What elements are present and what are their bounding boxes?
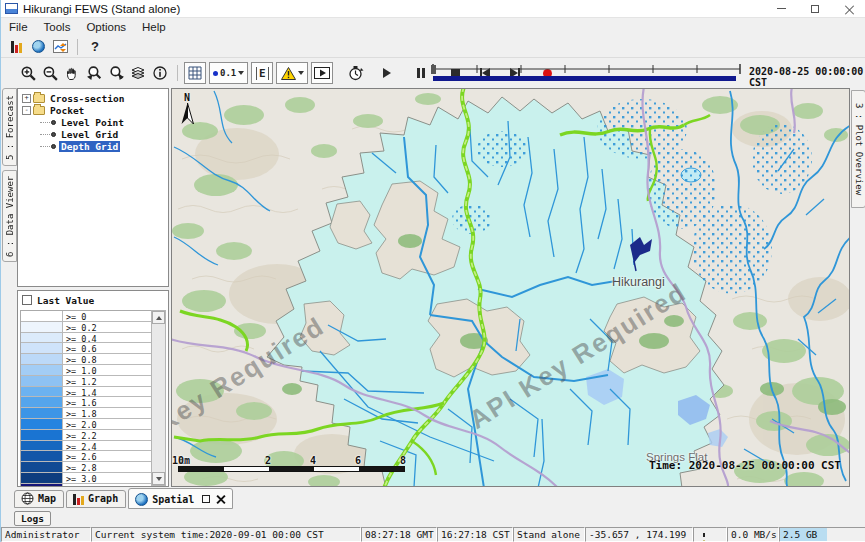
- scroll-up-icon[interactable]: [152, 311, 165, 324]
- legend-row-label: >= 2.8: [63, 462, 151, 472]
- tab-map-label: Map: [38, 493, 56, 504]
- legend-color-swatch: [21, 397, 63, 407]
- scale-bar-segments: [178, 466, 405, 472]
- tree-node-pocket[interactable]: - Pocket: [18, 104, 168, 116]
- status-user: Administrator: [1, 527, 91, 542]
- menu-options[interactable]: Options: [78, 19, 134, 35]
- legend-color-swatch: [21, 365, 63, 375]
- expand-icon[interactable]: +: [22, 94, 31, 103]
- tab-spatial-label: Spatial: [152, 494, 194, 505]
- tree-node-cross-section[interactable]: + Cross-section: [18, 92, 168, 104]
- logs-chart-icon[interactable]: [5, 36, 27, 58]
- tree-node-label[interactable]: Level Point: [59, 117, 126, 128]
- status-time-gmt: 08:27:18 GMT: [361, 527, 437, 542]
- scale-tick: 10: [172, 455, 184, 466]
- filter-tree[interactable]: + Cross-section - Pocket Level Point Lev…: [17, 88, 169, 287]
- animation-clock-icon[interactable]: [344, 62, 366, 84]
- tree-node-label[interactable]: Level Grid: [59, 129, 120, 140]
- legend-row: >= 0: [21, 311, 151, 322]
- legend-color-swatch: [21, 333, 63, 343]
- menu-help[interactable]: Help: [134, 19, 174, 35]
- legend-row: >= 0.8: [21, 354, 151, 365]
- title-bar[interactable]: Hikurangi FEWS (Stand alone): [1, 0, 865, 18]
- pan-hand-icon[interactable]: [61, 62, 83, 84]
- globe-icon[interactable]: [27, 36, 49, 58]
- legend-color-swatch: [21, 430, 63, 440]
- minimize-button[interactable]: [764, 0, 798, 17]
- legend-panel: Last Value >= 0 >= 0.2 >= 0.4 >= 0.6 >= …: [17, 290, 169, 487]
- north-arrow-icon: [181, 103, 194, 125]
- legend-color-swatch: [21, 484, 63, 486]
- bullet-icon: [51, 144, 56, 149]
- warning-dropdown[interactable]: [276, 62, 308, 84]
- legend-color-swatch: [21, 343, 63, 353]
- grid-icon[interactable]: [184, 62, 206, 84]
- legend-row: >= 1.0: [21, 365, 151, 376]
- tab-data-viewer[interactable]: 6 : Data Viewer: [2, 170, 17, 262]
- tree-node-level-grid[interactable]: Level Grid: [40, 128, 168, 140]
- maximize-panel-icon[interactable]: [202, 495, 210, 503]
- legend-row: >= 2.2: [21, 430, 151, 441]
- tree-node-label[interactable]: Cross-section: [48, 93, 126, 104]
- tree-node-level-point[interactable]: Level Point: [40, 116, 168, 128]
- timeline-progress-bar: [433, 76, 736, 81]
- warning-triangle-icon: [697, 529, 711, 542]
- menu-tools[interactable]: Tools: [36, 19, 79, 35]
- legend-row-label: >= 1.0: [63, 365, 151, 375]
- last-value-checkbox[interactable]: [22, 295, 32, 305]
- north-arrow: N: [180, 92, 194, 129]
- timeline-slider[interactable]: [429, 62, 744, 84]
- scale-tick: 8: [400, 455, 406, 466]
- layers-icon[interactable]: [127, 62, 149, 84]
- tree-connector: [40, 134, 50, 135]
- tab-map[interactable]: Map: [14, 490, 64, 508]
- close-panel-icon[interactable]: [216, 495, 225, 504]
- zoom-out-icon[interactable]: [39, 62, 61, 84]
- legend-scrollbar[interactable]: [151, 310, 166, 486]
- tab-graph[interactable]: Graph: [66, 490, 126, 508]
- scroll-down-icon[interactable]: [152, 472, 165, 485]
- legend-list: >= 0 >= 0.2 >= 0.4 >= 0.6 >= 0.8 >= 1.0: [20, 310, 151, 486]
- fews-logo-icon: [5, 3, 18, 14]
- maximize-button[interactable]: [798, 0, 832, 17]
- play-icon[interactable]: [376, 62, 398, 84]
- tab-forecast[interactable]: 5 : Forecast: [2, 88, 17, 166]
- tab-graph-label: Graph: [88, 493, 118, 504]
- tree-node-label[interactable]: Pocket: [48, 105, 86, 116]
- tab-plot-overview[interactable]: 3 : Plot Overview: [851, 90, 865, 208]
- legend-color-swatch: [21, 322, 63, 332]
- legend-row-label: >= 1.2: [63, 376, 151, 386]
- timeseries-icon[interactable]: [49, 36, 71, 58]
- right-tab-strip: 3 : Plot Overview: [850, 88, 865, 487]
- logs-button[interactable]: Logs: [14, 511, 51, 526]
- zoom-next-icon[interactable]: [105, 62, 127, 84]
- threshold-dropdown[interactable]: 0.1: [209, 62, 248, 84]
- legend-row: >= 1.6: [21, 397, 151, 408]
- legend-row-label: >= 2.2: [63, 430, 151, 440]
- playback-window-icon[interactable]: [311, 62, 333, 84]
- collapse-icon[interactable]: -: [22, 106, 31, 115]
- legend-row-label: >= 1.4: [63, 387, 151, 397]
- tree-node-label-selected[interactable]: Depth Grid: [59, 141, 120, 152]
- menu-file[interactable]: File: [1, 19, 36, 35]
- folder-icon: [33, 94, 45, 103]
- legend-row-label: >= 3.2: [63, 484, 151, 486]
- north-label: N: [180, 92, 194, 103]
- close-button[interactable]: [832, 0, 865, 17]
- label-icon[interactable]: E: [251, 62, 273, 84]
- status-time-local: 16:27:18 CST: [437, 527, 513, 542]
- threshold-value: 0.1: [220, 68, 236, 78]
- legend-color-swatch: [21, 387, 63, 397]
- legend-color-swatch: [21, 376, 63, 386]
- status-warning-cell[interactable]: [693, 527, 727, 542]
- zoom-previous-icon[interactable]: [83, 62, 105, 84]
- info-icon[interactable]: [149, 62, 171, 84]
- legend-row: >= 1.4: [21, 387, 151, 398]
- zoom-in-icon[interactable]: [17, 62, 39, 84]
- legend-color-swatch: [21, 441, 63, 451]
- help-icon[interactable]: ?: [84, 36, 106, 58]
- last-value-label: Last Value: [37, 295, 94, 306]
- map-view[interactable]: API Key Required API Key Required Hikura…: [171, 88, 850, 487]
- tab-spatial[interactable]: Spatial: [128, 488, 233, 509]
- tree-node-depth-grid[interactable]: Depth Grid: [40, 140, 168, 152]
